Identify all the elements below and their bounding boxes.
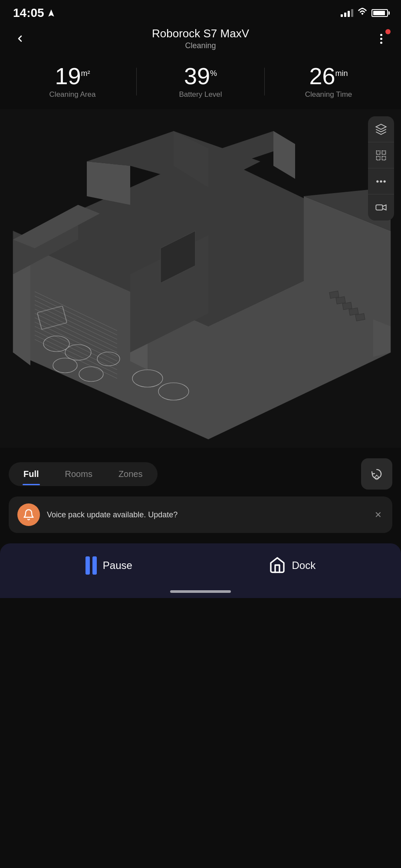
- svg-rect-41: [355, 313, 365, 321]
- home-indicator: [0, 583, 401, 598]
- status-time-group: 14:05: [13, 6, 56, 20]
- video-button[interactable]: [368, 194, 394, 220]
- svg-point-47: [377, 181, 378, 182]
- svg-point-49: [384, 181, 385, 182]
- svg-rect-44: [382, 151, 385, 154]
- navigation-icon: [47, 9, 56, 17]
- dock-button[interactable]: Dock: [269, 557, 316, 574]
- menu-dot-2: [380, 38, 382, 40]
- cleaning-area-value: 19m²: [55, 64, 90, 88]
- menu-dot-1: [380, 34, 382, 36]
- svg-point-51: [375, 476, 379, 480]
- menu-button[interactable]: [371, 29, 391, 48]
- dock-label: Dock: [292, 559, 316, 572]
- robot-settings-button[interactable]: [361, 458, 392, 490]
- robot-action-icon: [369, 467, 384, 481]
- notification-close-button[interactable]: ✕: [373, 508, 384, 522]
- clock-time: 14:05: [13, 6, 44, 20]
- notification-icon-circle: [17, 503, 40, 526]
- controls-row: Full Rooms Zones: [9, 458, 392, 490]
- svg-rect-45: [377, 156, 380, 160]
- tab-full[interactable]: Full: [11, 465, 51, 483]
- grid-view-button[interactable]: [368, 142, 394, 168]
- pause-bar-2: [92, 556, 97, 575]
- device-name: Roborock S7 MaxV: [30, 27, 371, 40]
- tab-bar: Full Rooms Zones: [9, 462, 158, 486]
- stat-cleaning-area: 19m² Cleaning Area: [9, 64, 136, 99]
- signal-strength: [341, 9, 353, 17]
- tab-zones[interactable]: Zones: [106, 465, 155, 483]
- status-icons: [341, 7, 388, 19]
- dock-icon: [269, 557, 286, 574]
- svg-point-48: [380, 181, 382, 182]
- svg-rect-38: [336, 296, 345, 304]
- grid-icon: [375, 149, 387, 161]
- pause-bar-1: [85, 556, 90, 575]
- floor-plan-map: [0, 109, 401, 448]
- svg-rect-40: [349, 308, 358, 315]
- map-container[interactable]: [0, 109, 401, 448]
- device-status: Cleaning: [30, 41, 371, 50]
- bell-icon: [23, 509, 35, 521]
- stat-cleaning-time: 26min Cleaning Time: [265, 64, 392, 99]
- svg-rect-43: [377, 151, 380, 154]
- home-icon: [269, 556, 286, 574]
- menu-dot-3: [380, 42, 382, 44]
- stat-battery-level: 39% Battery Level: [137, 64, 264, 99]
- bottom-section: Full Rooms Zones: [0, 448, 401, 533]
- pause-label: Pause: [103, 559, 132, 572]
- battery-level-value: 39%: [184, 64, 217, 88]
- notification-banner: Voice pack update available. Update? ✕: [9, 496, 392, 533]
- pause-button[interactable]: Pause: [85, 556, 132, 575]
- video-icon: [375, 201, 387, 214]
- status-bar: 14:05: [0, 0, 401, 23]
- battery-level-label: Battery Level: [137, 90, 264, 99]
- cube-icon: [375, 123, 387, 135]
- notification-text: Voice pack update available. Update?: [47, 510, 366, 519]
- battery-icon: [371, 9, 388, 17]
- svg-rect-50: [376, 205, 382, 210]
- map-controls-panel: [368, 116, 394, 220]
- header-center: Roborock S7 MaxV Cleaning: [30, 27, 371, 50]
- action-bar: Pause Dock: [0, 543, 401, 583]
- cleaning-time-value: 26min: [309, 64, 348, 88]
- cleaning-area-label: Cleaning Area: [9, 90, 136, 99]
- wifi-icon: [358, 7, 367, 19]
- svg-rect-37: [329, 291, 339, 298]
- back-button[interactable]: [10, 29, 30, 48]
- tab-rooms[interactable]: Rooms: [53, 465, 105, 483]
- cleaning-time-label: Cleaning Time: [265, 90, 392, 99]
- home-bar: [170, 590, 231, 593]
- ellipsis-icon: [375, 175, 387, 187]
- pause-icon: [85, 556, 97, 575]
- header: Roborock S7 MaxV Cleaning: [0, 23, 401, 57]
- stats-row: 19m² Cleaning Area 39% Battery Level 26m…: [0, 57, 401, 109]
- tab-active-indicator: [23, 484, 40, 485]
- svg-rect-39: [342, 302, 352, 309]
- 3d-view-button[interactable]: [368, 116, 394, 142]
- notification-dot: [385, 29, 391, 34]
- more-options-button[interactable]: [368, 168, 394, 194]
- svg-rect-46: [382, 156, 385, 160]
